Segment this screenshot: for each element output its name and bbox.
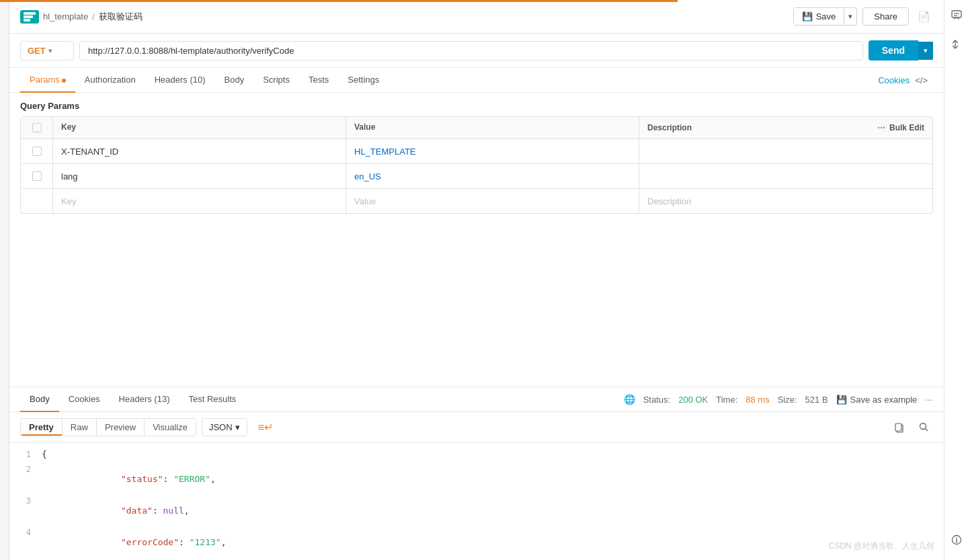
row1-checkbox-cell [21, 139, 53, 163]
content-spacer [9, 214, 944, 387]
empty-desc[interactable]: Description [639, 189, 932, 213]
tab-headers[interactable]: Headers (10) [145, 68, 215, 93]
empty-key[interactable]: Key [53, 189, 346, 213]
line-num-4: 4 [9, 528, 42, 537]
json-format-selector[interactable]: JSON ▾ [202, 418, 247, 436]
header-desc-label: Description [647, 123, 692, 132]
method-selector[interactable]: GET ▾ [20, 41, 74, 61]
format-tab-visualize[interactable]: Visualize [145, 419, 196, 436]
response-tab-body[interactable]: Body [20, 387, 59, 412]
cookies-link[interactable]: Cookies [878, 69, 910, 92]
response-tab-headers[interactable]: Headers (13) [110, 387, 179, 412]
row2-value[interactable]: en_US [346, 164, 639, 188]
code-icon[interactable]: </> [910, 69, 933, 92]
table-row: X-TENANT_ID HL_TEMPLATE [21, 139, 932, 164]
json-line-4: 4 "errorCode": "1213", [9, 526, 944, 558]
select-all-checkbox[interactable] [32, 123, 42, 132]
params-table-header: Key Value Description ··· Bulk Edit [21, 117, 932, 139]
send-dropdown-button[interactable]: ▾ [918, 42, 933, 60]
json-status-line: "status": "ERROR", [42, 464, 944, 494]
row1-description[interactable] [639, 139, 932, 163]
svg-point-13 [956, 537, 957, 538]
tab-params[interactable]: Params [20, 68, 75, 93]
empty-value[interactable]: Value [346, 189, 639, 213]
row2-description[interactable] [639, 164, 932, 188]
row2-key-text: lang [61, 171, 78, 182]
top-bar-actions: 💾 Save ▾ Share 📄 [793, 7, 933, 26]
right-panel-info-icon[interactable] [947, 530, 966, 549]
share-button[interactable]: Share [862, 7, 909, 26]
row2-value-text: en_US [354, 171, 381, 182]
status-value: 200 OK [678, 395, 708, 405]
json-line-1: 1 { [9, 448, 944, 463]
response-section: Body Cookies Headers (13) Test Results 🌐… [9, 387, 944, 560]
format-tabs: Pretty Raw Preview Visualize [20, 418, 196, 436]
document-icon[interactable]: 📄 [914, 7, 933, 26]
format-tab-raw[interactable]: Raw [63, 419, 97, 436]
wrap-icon[interactable]: ≡↵ [253, 417, 278, 437]
save-label: Save [816, 11, 836, 22]
watermark: CSDN @对酒当歌、人生几何 [828, 541, 934, 552]
top-bar: hl_template / 获取验证码 💾 Save ▾ Share 📄 [9, 0, 944, 34]
header-checkbox-cell [21, 117, 53, 138]
request-tabs: Params Authorization Headers (10) Body S… [9, 68, 944, 93]
params-dot [62, 79, 66, 83]
svg-line-6 [925, 429, 928, 432]
json-data-line: "data": null, [42, 495, 944, 526]
response-tab-test-results[interactable]: Test Results [179, 387, 245, 412]
empty-desc-placeholder: Description [647, 196, 691, 206]
save-example-label: Save as example [850, 395, 918, 405]
row1-checkbox[interactable] [32, 147, 42, 156]
header-description: Description ··· Bulk Edit [639, 117, 932, 138]
right-panel-chat-icon[interactable] [947, 5, 966, 24]
empty-key-placeholder: Key [61, 196, 76, 206]
time-value: 88 ms [745, 395, 769, 405]
empty-value-placeholder: Value [354, 196, 376, 206]
empty-checkbox-cell [21, 189, 53, 213]
params-section: Query Params Key Value Description ··· B… [9, 93, 944, 214]
send-button-group: Send ▾ [869, 40, 933, 61]
loading-bar [0, 0, 678, 2]
url-input[interactable] [79, 41, 863, 61]
send-button[interactable]: Send [869, 40, 918, 61]
format-tab-pretty[interactable]: Pretty [21, 419, 63, 436]
row2-checkbox-cell [21, 164, 53, 188]
response-more-icon[interactable]: ··· [925, 394, 933, 405]
row2-checkbox[interactable] [32, 171, 42, 181]
json-brace-open: { [42, 449, 944, 459]
logo [20, 10, 39, 24]
url-bar: GET ▾ Send ▾ [9, 34, 944, 68]
save-example-button[interactable]: 💾 Save as example [836, 395, 918, 405]
row1-value-text: HL_TEMPLATE [354, 147, 416, 157]
save-button[interactable]: 💾 Save [794, 8, 844, 25]
json-format-arrow: ▾ [235, 422, 240, 432]
row1-key[interactable]: X-TENANT_ID [53, 139, 346, 163]
save-icon: 💾 [802, 11, 813, 22]
format-tab-preview[interactable]: Preview [97, 419, 145, 436]
svg-rect-7 [952, 11, 961, 17]
method-dropdown-icon: ▾ [48, 47, 52, 54]
header-key: Key [53, 117, 346, 138]
tab-settings[interactable]: Settings [338, 68, 389, 93]
right-panel [944, 0, 968, 560]
row1-value[interactable]: HL_TEMPLATE [346, 139, 639, 163]
save-dropdown-button[interactable]: ▾ [844, 9, 856, 24]
save-example-icon: 💾 [836, 395, 847, 405]
tab-body[interactable]: Body [215, 68, 254, 93]
left-sidebar [0, 0, 9, 560]
search-icon[interactable] [914, 418, 933, 437]
tab-scripts[interactable]: Scripts [253, 68, 299, 93]
breadcrumb-current: 获取验证码 [99, 11, 143, 23]
svg-point-5 [920, 424, 926, 430]
bulk-edit-button[interactable]: Bulk Edit [889, 123, 924, 132]
tab-tests[interactable]: Tests [299, 68, 338, 93]
breadcrumb: hl_template / 获取验证码 [20, 10, 793, 24]
response-tab-cookies[interactable]: Cookies [59, 387, 110, 412]
copy-icon[interactable] [890, 418, 909, 437]
row2-key[interactable]: lang [53, 164, 346, 188]
params-table: Key Value Description ··· Bulk Edit [20, 116, 933, 214]
tab-authorization[interactable]: Authorization [75, 68, 145, 93]
right-panel-resize-icon[interactable] [947, 35, 966, 54]
breadcrumb-parent[interactable]: hl_template [43, 11, 88, 22]
params-more-icon[interactable]: ··· [877, 122, 885, 133]
